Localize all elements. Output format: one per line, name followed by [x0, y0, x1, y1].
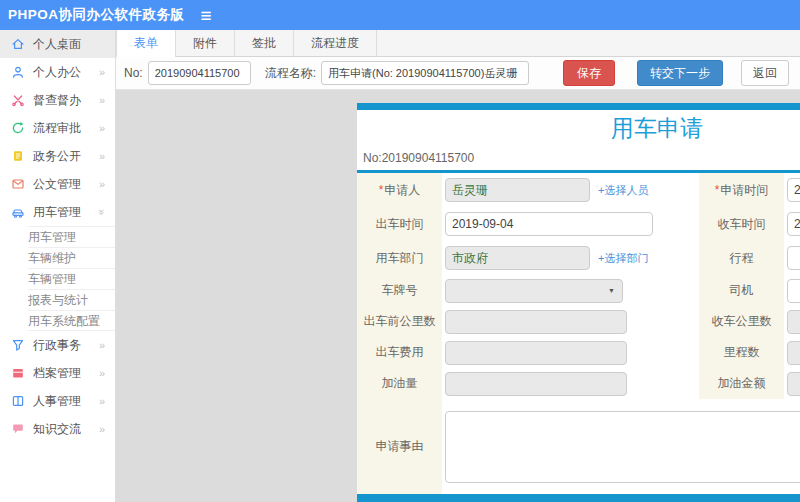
folder-icon — [11, 366, 26, 381]
chevron-right-icon: » — [99, 66, 105, 78]
mileage-input[interactable] — [787, 341, 800, 365]
fuel-cost-input[interactable] — [787, 372, 800, 396]
chat-icon — [11, 422, 26, 437]
sidebar-subitem-vehicle-system-config[interactable]: 用车系统配置 — [28, 310, 115, 331]
flow-name-input[interactable] — [321, 61, 529, 85]
field-label: 加油金额 — [718, 375, 766, 392]
panel-bottom-accent — [357, 494, 800, 502]
sidebar-item-label: 政务公开 — [33, 148, 99, 165]
field-label: 加油量 — [382, 375, 418, 392]
field-label: 出车时间 — [376, 216, 424, 233]
form-row-trip-cost: 出车费用 — [357, 337, 699, 368]
main-content: 表单 附件 签批 流程进度 No: 流程名称: 保存 转交下一步 返回 用车申请… — [116, 30, 800, 502]
tab-sign-approval[interactable]: 签批 — [235, 30, 294, 57]
form-row-application-reason: 申请事由 — [357, 399, 699, 494]
sidebar-subitem-vehicle-management[interactable]: 用车管理 — [28, 226, 115, 247]
department-input[interactable] — [445, 246, 590, 270]
form-no-text: No:20190904115700 — [357, 146, 800, 170]
flow-name-label: 流程名称: — [265, 65, 316, 82]
chevron-right-icon: » — [99, 94, 105, 106]
required-asterisk: * — [379, 183, 384, 197]
sidebar-item-supervision[interactable]: 督查督办 » — [0, 86, 115, 114]
tab-bar: 表单 附件 签批 流程进度 — [116, 30, 800, 57]
apply-time-input[interactable] — [787, 178, 800, 202]
sidebar-item-public-disclosure[interactable]: 政务公开 » — [0, 142, 115, 170]
chevron-down-icon: » — [96, 209, 108, 215]
chevron-right-icon: » — [99, 423, 105, 435]
sidebar-subitem-reports-statistics[interactable]: 报表与统计 — [28, 289, 115, 310]
chevron-right-icon: » — [99, 150, 105, 162]
field-label: 出车前公里数 — [364, 313, 436, 330]
sync-icon — [11, 121, 26, 136]
field-label: 里程数 — [724, 344, 760, 361]
flow-no-input[interactable] — [148, 61, 251, 85]
form-right-column: *申请时间 收车时间 行程 司机 — [699, 173, 800, 494]
form-title: 用车申请 — [357, 110, 800, 146]
form-row-fuel-amount: 加油量 — [357, 368, 699, 399]
chevron-right-icon: » — [99, 339, 105, 351]
field-label: 申请人 — [384, 182, 420, 199]
pre-departure-km-input[interactable] — [445, 310, 627, 334]
sidebar-item-label: 督查督办 — [33, 92, 99, 109]
return-time-input[interactable] — [787, 212, 800, 236]
sidebar-subitem-fleet-management[interactable]: 车辆管理 — [28, 268, 115, 289]
field-label: 出车费用 — [376, 344, 424, 361]
select-department-link[interactable]: +选择部门 — [598, 251, 648, 266]
fuel-amount-input[interactable] — [445, 372, 627, 396]
chevron-right-icon: » — [99, 122, 105, 134]
flow-toolbar: No: 流程名称: 保存 转交下一步 返回 — [116, 57, 800, 90]
form-row-pre-departure-km: 出车前公里数 — [357, 306, 699, 337]
field-label: 行程 — [730, 250, 754, 267]
sidebar-item-hr-management[interactable]: 人事管理 » — [0, 387, 115, 415]
plate-number-select[interactable]: ▼ — [445, 279, 623, 303]
sidebar-item-personal-office[interactable]: 个人办公 » — [0, 58, 115, 86]
sidebar-item-administrative-affairs[interactable]: 行政事务 » — [0, 331, 115, 359]
field-label: 申请时间 — [720, 182, 768, 199]
form-row-itinerary: 行程 — [699, 241, 800, 275]
field-label: 用车部门 — [376, 250, 424, 267]
form-row-mileage: 里程数 — [699, 337, 800, 368]
chevron-right-icon: » — [99, 178, 105, 190]
home-icon — [11, 37, 26, 52]
form-row-plate-number: 车牌号 ▼ — [357, 275, 699, 306]
itinerary-input[interactable] — [787, 246, 800, 270]
sidebar: 个人桌面 个人办公 » 督查督办 » 流程审批 » 政务公开 » 公文管理 » — [0, 30, 116, 502]
back-button[interactable]: 返回 — [741, 60, 789, 86]
form-row-vehicle-department: 用车部门 +选择部门 — [357, 241, 699, 275]
applicant-input[interactable] — [445, 178, 590, 202]
departure-time-input[interactable] — [445, 212, 653, 236]
sidebar-item-vehicle-management[interactable]: 用车管理 » — [0, 198, 115, 226]
sidebar-item-label: 知识交流 — [33, 421, 99, 438]
sidebar-subitem-vehicle-maintenance[interactable]: 车辆维护 — [28, 247, 115, 268]
sidebar-item-label: 流程审批 — [33, 120, 99, 137]
tab-attachments[interactable]: 附件 — [176, 30, 235, 57]
field-label: 车牌号 — [382, 282, 418, 299]
book-icon — [11, 394, 26, 409]
save-button[interactable]: 保存 — [563, 60, 615, 86]
caret-down-icon: ▼ — [608, 287, 615, 294]
menu-icon[interactable]: ≡ — [201, 6, 212, 25]
field-label: 收车时间 — [718, 216, 766, 233]
trip-cost-input[interactable] — [445, 341, 627, 365]
sidebar-item-official-documents[interactable]: 公文管理 » — [0, 170, 115, 198]
sidebar-item-label: 个人桌面 — [33, 36, 105, 53]
form-row-departure-time: 出车时间 — [357, 207, 699, 241]
sidebar-item-knowledge-exchange[interactable]: 知识交流 » — [0, 415, 115, 443]
document-icon — [11, 149, 26, 164]
sidebar-item-workflow-approval[interactable]: 流程审批 » — [0, 114, 115, 142]
forward-next-step-button[interactable]: 转交下一步 — [637, 60, 723, 86]
tab-process-progress[interactable]: 流程进度 — [294, 30, 377, 57]
return-km-input[interactable] — [787, 310, 800, 334]
app-title: PHPOA协同办公软件政务版 — [8, 6, 185, 24]
chevron-right-icon: » — [99, 367, 105, 379]
sidebar-item-personal-desktop[interactable]: 个人桌面 — [0, 30, 115, 58]
chevron-right-icon: » — [99, 395, 105, 407]
form-row-return-time: 收车时间 — [699, 207, 800, 241]
driver-input[interactable] — [787, 279, 800, 303]
select-person-link[interactable]: +选择人员 — [598, 183, 648, 198]
sidebar-item-archive-management[interactable]: 档案管理 » — [0, 359, 115, 387]
top-bar: PHPOA协同办公软件政务版 ≡ — [0, 0, 800, 30]
sidebar-item-label: 档案管理 — [33, 365, 99, 382]
tab-form[interactable]: 表单 — [116, 30, 176, 57]
sidebar-item-label: 个人办公 — [33, 64, 99, 81]
